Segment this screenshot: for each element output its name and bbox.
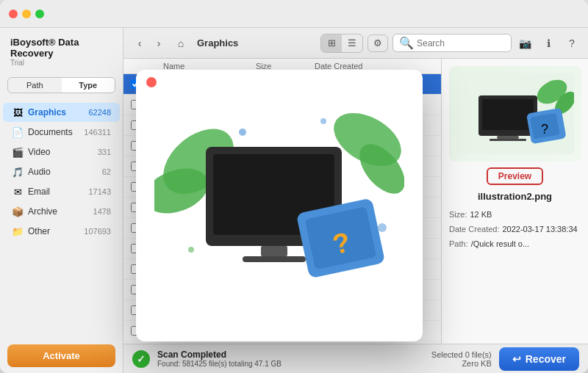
- maximize-button[interactable]: [35, 10, 44, 18]
- sidebar-item-graphics[interactable]: 🖼 Graphics 62248: [3, 103, 120, 122]
- view-buttons: ⊞ ☰: [320, 34, 363, 53]
- toolbar-path: Graphics: [197, 37, 238, 48]
- audio-icon: 🎵: [12, 166, 24, 178]
- preview-details: Size: 12 KB Date Created: 2022-03-17 13:…: [449, 208, 581, 251]
- traffic-lights: [9, 10, 44, 18]
- recover-button[interactable]: ↩ Recover: [499, 347, 579, 371]
- sidebar-item-label: Email: [28, 186, 88, 197]
- preview-date-label: Date Created:: [449, 222, 499, 237]
- back-button[interactable]: ‹: [131, 35, 148, 52]
- activate-button[interactable]: Activate: [7, 344, 115, 367]
- sidebar-item-label: Archive: [28, 206, 93, 217]
- search-icon: 🔍: [399, 36, 414, 50]
- popup-close-button[interactable]: [146, 77, 157, 87]
- app-subtitle: Trial: [10, 59, 112, 67]
- svg-point-23: [378, 223, 387, 232]
- archive-icon: 📦: [12, 206, 24, 217]
- sidebar-item-label: Graphics: [28, 107, 88, 117]
- sidebar-item-count: 331: [98, 148, 111, 156]
- sidebar-tabs: Path Type: [7, 77, 115, 93]
- info-icon[interactable]: ℹ: [539, 35, 557, 52]
- sidebar-item-other[interactable]: 📁 Other 107693: [3, 222, 120, 241]
- sidebar-item-count: 17143: [88, 187, 111, 196]
- preview-panel: ? Preview illustration2.png Size: 12 KB …: [441, 59, 588, 344]
- svg-point-21: [239, 128, 246, 136]
- selected-count: Selected 0 file(s): [431, 350, 492, 359]
- preview-size-row: Size: 12 KB: [449, 208, 581, 222]
- sidebar-item-count: 62248: [88, 108, 111, 117]
- sidebar-item-count: 107693: [84, 227, 111, 236]
- search-input[interactable]: [417, 38, 505, 48]
- sidebar-item-label: Video: [28, 147, 98, 157]
- svg-point-22: [320, 118, 326, 124]
- video-icon: 🎬: [12, 146, 24, 158]
- grid-view-button[interactable]: ⊞: [321, 35, 342, 52]
- documents-icon: 📄: [12, 126, 24, 138]
- svg-rect-5: [497, 136, 519, 139]
- scan-complete-icon: ✓: [132, 350, 150, 368]
- preview-size-label: Size:: [449, 208, 467, 222]
- sidebar-item-email[interactable]: ✉ Email 17143: [3, 182, 120, 201]
- sidebar-item-label: Other: [28, 226, 84, 236]
- svg-text:?: ?: [540, 122, 548, 137]
- sidebar-header: iBoysoft® Data Recovery Trial: [0, 28, 123, 71]
- toolbar-search: 🔍: [392, 34, 512, 52]
- recover-icon: ↩: [512, 353, 521, 365]
- preview-path-value: /Quick result o...: [471, 237, 529, 252]
- graphics-icon: 🖼: [12, 106, 24, 118]
- sidebar-item-label: Audio: [28, 167, 102, 177]
- filter-button[interactable]: ⚙: [368, 35, 388, 52]
- list-view-button[interactable]: ☰: [342, 35, 362, 52]
- toolbar-nav: ‹ ›: [131, 35, 168, 52]
- question-icon[interactable]: ?: [563, 35, 581, 52]
- svg-rect-4: [482, 99, 534, 130]
- sidebar: iBoysoft® Data Recovery Trial Path Type …: [0, 28, 123, 373]
- close-button[interactable]: [9, 10, 18, 18]
- sidebar-item-documents[interactable]: 📄 Documents 146311: [3, 123, 120, 142]
- preview-filename: illustration2.png: [478, 191, 552, 202]
- selected-info: Selected 0 file(s) Zero KB: [431, 350, 492, 368]
- sidebar-item-count: 146311: [84, 128, 111, 137]
- sidebar-item-count: 1478: [93, 207, 111, 216]
- preview-date-row: Date Created: 2022-03-17 13:38:34: [449, 222, 581, 237]
- scan-info: Scan Completed Found: 581425 file(s) tot…: [157, 350, 282, 368]
- svg-point-24: [188, 247, 194, 253]
- forward-button[interactable]: ›: [150, 35, 168, 52]
- sidebar-item-count: 62: [102, 167, 111, 176]
- preview-image-area: ?: [449, 66, 581, 162]
- toolbar: ‹ › ⌂ Graphics ⊞ ☰ ⚙ 🔍 📷 ℹ ?: [123, 28, 588, 59]
- svg-rect-17: [243, 256, 306, 262]
- tab-path[interactable]: Path: [8, 78, 62, 93]
- recover-label: Recover: [526, 353, 566, 365]
- sidebar-item-archive[interactable]: 📦 Archive 1478: [3, 202, 120, 221]
- toolbar-icons: 📷 ℹ ?: [516, 35, 581, 52]
- titlebar: [0, 0, 588, 28]
- scan-subtitle: Found: 581425 file(s) totaling 47.1 GB: [157, 360, 282, 368]
- app-title: iBoysoft® Data Recovery: [10, 37, 112, 59]
- sidebar-item-video[interactable]: 🎬 Video 331: [3, 142, 120, 162]
- sidebar-item-audio[interactable]: 🎵 Audio 62: [3, 162, 120, 181]
- preview-path-row: Path: /Quick result o...: [449, 237, 581, 252]
- svg-rect-6: [490, 139, 526, 141]
- tab-type[interactable]: Type: [62, 78, 115, 93]
- preview-size-value: 12 KB: [470, 208, 492, 222]
- sidebar-item-label: Documents: [28, 127, 84, 137]
- home-button[interactable]: ⌂: [172, 35, 190, 52]
- preview-illustration: ?: [154, 103, 404, 308]
- preview-thumbnail: ?: [456, 73, 574, 154]
- preview-button[interactable]: Preview: [487, 167, 543, 185]
- bottom-bar: ✓ Scan Completed Found: 581425 file(s) t…: [123, 344, 588, 373]
- svg-rect-16: [261, 246, 287, 256]
- camera-icon[interactable]: 📷: [516, 35, 534, 52]
- other-icon: 📁: [12, 225, 24, 237]
- email-icon: ✉: [12, 186, 24, 198]
- preview-date-value: 2022-03-17 13:38:34: [502, 222, 577, 237]
- scan-title: Scan Completed: [157, 350, 282, 360]
- preview-popup: ?: [136, 70, 423, 341]
- minimize-button[interactable]: [22, 10, 31, 18]
- sidebar-items: 🖼 Graphics 62248 📄 Documents 146311 🎬 Vi…: [0, 99, 123, 338]
- preview-path-label: Path:: [449, 237, 468, 252]
- selected-size: Zero KB: [431, 359, 492, 368]
